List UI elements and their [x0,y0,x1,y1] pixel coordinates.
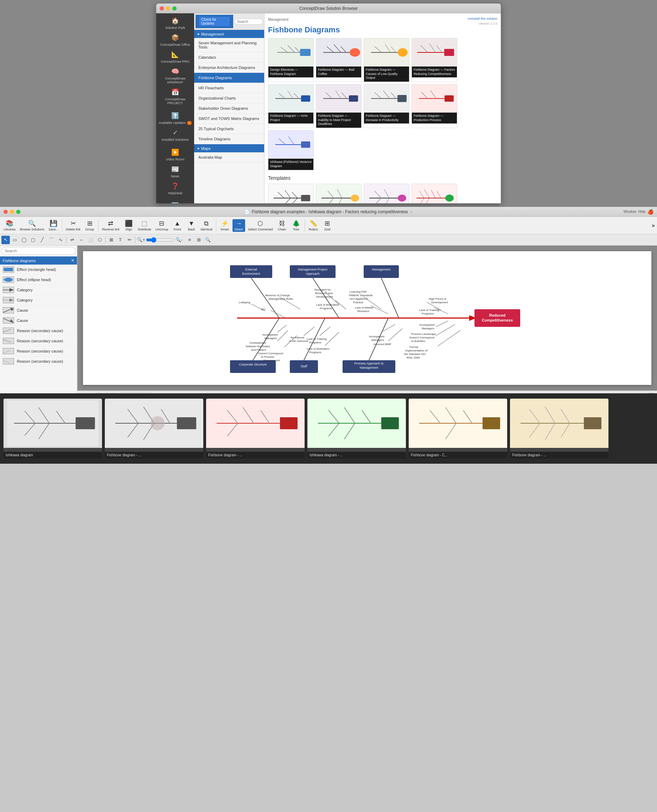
menu-australia[interactable]: Australia Map [194,152,264,162]
sidebar-item-mindmap[interactable]: 🧠 ConceptDraw MINDMAP [156,65,194,86]
list-view-btn[interactable]: ≡ [185,236,194,244]
menu-orgcharts[interactable]: Organizational Charts [194,93,264,103]
thumb-production[interactable]: Fishbone Diagram — Production Process [411,84,457,128]
minimize-button[interactable] [166,6,170,11]
tree-btn[interactable]: 🌲 Tree [290,219,302,232]
shapes-category-close[interactable]: ✕ [71,258,74,263]
editor-minimize-btn[interactable] [10,210,14,214]
chain-btn[interactable]: ⛓ Chain [276,219,288,232]
menu-enterprise[interactable]: Enterprise Architecture Diagrams [194,62,264,73]
shape-effect-ellipse[interactable]: Effect (ellipse head) [0,275,77,285]
rulers-btn[interactable]: 📏 Rulers [307,219,320,232]
select-connected-btn[interactable]: ⬡ Select Connected [246,219,274,232]
sidebar-item-about[interactable]: ℹ️ About [156,200,194,203]
pause-btn[interactable]: ⏸ [96,393,103,393]
sidebar-item-office[interactable]: 📦 ConceptDraw Office [156,32,194,48]
search-panel-btn[interactable]: 🔍 [204,236,212,244]
menu-hr[interactable]: HR Flowcharts [194,83,264,93]
shape-category-2[interactable]: Category [0,295,77,305]
thumb-design-elements[interactable]: Design Elements — Fishbone Diagram [268,38,314,82]
menu-seven-management[interactable]: Seven Management and Planning Tools [194,38,264,52]
menu-timeline[interactable]: Timeline Diagrams [194,134,264,144]
sidebar-item-pro[interactable]: 📐 ConceptDraw PRO [156,48,194,65]
browser-search-input[interactable] [235,19,263,25]
view-icon-2[interactable] [160,393,165,394]
view-icon-5[interactable] [179,393,184,394]
distribute-btn[interactable]: ⬚ Distribute [137,219,153,232]
rect-tool[interactable]: ▭ [11,236,19,244]
template-fishbone-4-5s-2[interactable]: Fishbone 4 5s [364,184,409,204]
sidebar-item-video[interactable]: ▶️ Video Room [156,147,194,163]
template-fishbone-4-5s-1[interactable]: Fishbone 4 5s [316,184,361,204]
thumb-ishikawa-variance[interactable]: Ishikawa (Fishbone) Variance Diagram [268,130,314,170]
sidebar-item-help[interactable]: ❓ HelpDesk [156,180,194,197]
bottom-thumb-fishbone-c[interactable]: Fishbone diagram - C... [409,399,507,458]
view-icon-3[interactable] [166,393,172,394]
template-fishbone[interactable]: Fishbone [268,184,314,204]
shape-reason-1[interactable]: Reason (secondary cause) [0,326,77,336]
bottom-thumb-fishbone-2[interactable]: Fishbone diagram - ... [206,399,305,458]
direct-btn[interactable]: → Direct [232,219,245,232]
front-btn[interactable]: ▲ Front [171,219,184,232]
shape-reason-3[interactable]: Reason (secondary cause) [0,346,77,356]
identical-btn[interactable]: ⧉ Identical [199,219,214,232]
thumb-low-quality[interactable]: Fishbone Diagram — Causes of Low-Quality… [364,38,409,82]
sidebar-item-updates[interactable]: ⬆️ Available Updates 1 [156,110,194,127]
thumb-productivity[interactable]: Fishbone Diagram — Increase in Productiv… [364,84,409,128]
zoom-in-btn[interactable]: 🔍+ [137,236,145,244]
reverse-link-btn[interactable]: ⇄ Reverse link [101,219,121,232]
grid-view-btn[interactable]: ⊞ [195,236,203,244]
more-tools-btn[interactable]: » [652,222,655,229]
zoom-out-btn[interactable]: 🔍- [175,236,183,244]
menu-swot[interactable]: SWOT and TOWS Matrix Diagrams [194,114,264,124]
smart-btn[interactable]: ⚡ Smart [218,219,231,232]
shape-cause-2[interactable]: Cause [0,316,77,326]
uninstall-link[interactable]: Uninstall this solution [467,17,497,20]
menu-stakeholder[interactable]: Stakeholder Onion Diagrams [194,103,264,114]
thumb-han[interactable]: Fishbone Diagram — HAN Project [268,84,314,128]
sidebar-item-project[interactable]: 📅 ConceptDraw PROJECT [156,86,194,107]
template-fishbone-8ps-1[interactable]: Fishbone 8 Ps [411,184,457,204]
thumb-bad-coffee[interactable]: Fishbone Diagram — Bad Coffee [316,38,361,82]
align-btn[interactable]: ⬛ Align [122,219,135,232]
management-check-updates[interactable]: Check for Updates [199,17,230,26]
thumb-deadlines[interactable]: Fishbone Diagram — Inability to Meet Pro… [316,84,361,128]
close-button[interactable] [160,6,164,11]
maximize-button[interactable] [172,6,177,11]
shape-effect-rect[interactable]: Effect (rectangle head) [0,265,77,275]
shape-cause-1[interactable]: Cause [0,305,77,316]
sidebar-item-news[interactable]: 📰 News [156,163,194,180]
pen-tool[interactable]: ✏ [125,236,134,244]
editor-close-btn[interactable] [3,210,8,214]
editor-maximize-btn[interactable] [16,210,20,214]
arc-tool[interactable]: ⌒ [47,236,56,244]
flowchart-tool[interactable]: ⬡ [95,236,104,244]
shape-reason-2[interactable]: Reason (secondary cause) [0,336,77,346]
zoom-slider[interactable] [146,237,174,243]
crop-tool[interactable]: ⊠ [107,236,115,244]
container-tool[interactable]: ⬜ [86,236,95,244]
browse-solutions-btn[interactable]: 🔍 Browse Solutions [19,219,46,232]
back-btn[interactable]: ▼ Back [185,219,198,232]
shapes-search-input[interactable] [2,247,76,255]
sidebar-item-installed[interactable]: ✓ Installed Solutions [156,127,194,143]
bezier-tool[interactable]: ∿ [56,236,65,244]
bottom-thumb-ishikawa-2[interactable]: Ishikawa diagram - ... [307,399,406,458]
menu-calendars[interactable]: Calendars [194,52,264,62]
sidebar-item-solution-park[interactable]: 🏠 Solution Park [156,15,194,32]
thumb-factors[interactable]: Fishbone Diagram — Factors Reducing Comp… [411,38,457,82]
bottom-thumb-fishbone-1[interactable]: Fishbone diagram - ... [105,399,203,458]
fullscreen-btn[interactable]: ⤢ [649,393,654,394]
libraries-btn[interactable]: 📚 Libraries [2,219,17,232]
smart-connect-tool[interactable]: ↔ [77,236,86,244]
menu-fishbone[interactable]: Fishbone Diagrams [194,73,264,83]
connect-tool[interactable]: ⇌ [68,236,76,244]
rounded-rect-tool[interactable]: ▢ [29,236,37,244]
shape-reason-4[interactable]: Reason (secondary cause) [0,356,77,366]
next-btn[interactable]: ▶ [111,393,117,393]
shape-category-1[interactable]: Category [0,285,77,295]
menu-25orgcharts[interactable]: 25 Typical Orgcharts [194,124,264,134]
text-tool[interactable]: T [116,236,125,244]
line-tool[interactable]: ╱ [38,236,47,244]
delete-link-btn[interactable]: ✂ Delete link [64,219,82,232]
